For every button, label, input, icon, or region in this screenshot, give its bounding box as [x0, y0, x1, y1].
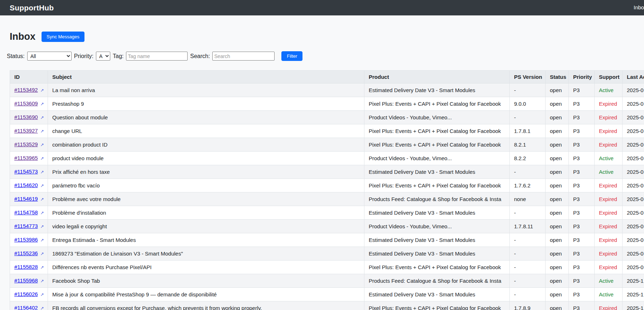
sync-messages-button[interactable]: Sync Messages — [42, 32, 84, 42]
last-activity-cell: 2025-0 — [623, 206, 644, 220]
last-activity-cell: 2025-0 — [623, 179, 644, 192]
ps-version-cell: - — [510, 165, 546, 179]
external-link-icon[interactable]: ↗ — [40, 197, 44, 202]
column-header-status: Status — [546, 71, 569, 84]
ps-version-cell: 1.7.8.9 — [510, 301, 546, 310]
ps-version-cell: 1.7.6.2 — [510, 179, 546, 192]
ticket-id-link[interactable]: #1153927 — [14, 128, 38, 134]
external-link-icon[interactable]: ↗ — [40, 265, 44, 270]
ps-version-cell: - — [510, 233, 546, 247]
ticket-id-cell: #1155828↗ — [10, 261, 48, 274]
external-link-icon[interactable]: ↗ — [40, 292, 44, 297]
product-cell: Products Feed: Catalogue & Shop for Face… — [364, 192, 510, 206]
external-link-icon[interactable]: ↗ — [40, 278, 44, 283]
product-cell: Product Videos - Youtube, Vimeo... — [364, 111, 510, 124]
external-link-icon[interactable]: ↗ — [40, 101, 44, 106]
column-header-last-activity: Last Activity — [623, 71, 644, 84]
product-cell: Pixel Plus: Events + CAPI + Pixel Catalo… — [364, 124, 510, 138]
column-header-product: Product — [364, 71, 510, 84]
status-cell: open — [546, 165, 569, 179]
search-filter-input[interactable] — [212, 52, 275, 61]
column-header-priority: Priority — [569, 71, 595, 84]
ticket-row: #1153690↗Question about moduleProduct Vi… — [10, 111, 644, 124]
support-cell: Expired — [595, 192, 623, 206]
subject-cell: Prestashop 9 — [48, 97, 364, 111]
external-link-icon[interactable]: ↗ — [40, 224, 44, 229]
external-link-icon[interactable]: ↗ — [40, 129, 44, 134]
filter-button[interactable]: Filter — [281, 51, 302, 61]
external-link-icon[interactable]: ↗ — [40, 183, 44, 188]
product-cell: Product Videos - Youtube, Vimeo... — [364, 152, 510, 165]
tag-filter-input[interactable] — [126, 52, 188, 61]
external-link-icon[interactable]: ↗ — [40, 238, 44, 243]
last-activity-cell: 2025-0 — [623, 152, 644, 165]
ticket-id-cell: #1153690↗ — [10, 111, 48, 124]
external-link-icon[interactable]: ↗ — [40, 115, 44, 120]
external-link-icon[interactable]: ↗ — [40, 170, 44, 175]
ticket-id-link[interactable]: #1154619 — [14, 196, 38, 202]
ticket-id-link[interactable]: #1154758 — [14, 209, 38, 215]
subject-cell: La mail non arriva — [48, 84, 364, 97]
ticket-id-link[interactable]: #1155828 — [14, 264, 38, 270]
product-cell: Pixel Plus: Events + CAPI + Pixel Catalo… — [364, 301, 510, 310]
subject-cell: 1869273 "Estimation de Livraison V3 - Sm… — [48, 247, 364, 261]
last-activity-cell: 2025-1 — [623, 288, 644, 301]
status-cell: open — [546, 274, 569, 288]
status-filter-select[interactable]: All — [27, 52, 72, 61]
ticket-id-link[interactable]: #1153986 — [14, 237, 38, 243]
support-cell: Expired — [595, 261, 623, 274]
ticket-id-cell: #1154758↗ — [10, 206, 48, 220]
support-cell: Expired — [595, 206, 623, 220]
ticket-id-link[interactable]: #1155968 — [14, 277, 38, 283]
last-activity-cell: 2025-0 — [623, 138, 644, 152]
ticket-id-link[interactable]: #1153492 — [14, 87, 38, 93]
priority-cell: P3 — [569, 192, 595, 206]
ticket-id-link[interactable]: #1153965 — [14, 155, 38, 161]
external-link-icon[interactable]: ↗ — [40, 156, 44, 161]
product-cell: Estimated Delivery Date V3 - Smart Modul… — [364, 233, 510, 247]
ps-version-cell: - — [510, 247, 546, 261]
ticket-id-link[interactable]: #1154773 — [14, 223, 38, 229]
external-link-icon[interactable]: ↗ — [40, 251, 44, 256]
ps-version-cell: - — [510, 206, 546, 220]
ticket-id-link[interactable]: #1153690 — [14, 114, 38, 120]
ticket-row: #1154773↗video legali e copyrightProduct… — [10, 220, 644, 233]
last-activity-cell: 2025-0 — [623, 220, 644, 233]
status-cell: open — [546, 152, 569, 165]
nav-inbox-link[interactable]: Inbox — [634, 4, 644, 10]
last-activity-cell: 2025-1 — [623, 301, 644, 310]
ticket-id-link[interactable]: #1156402 — [14, 305, 38, 310]
page-title: Inbox — [10, 31, 35, 42]
column-header-id: ID — [10, 71, 48, 84]
priority-filter-select[interactable]: All — [96, 52, 110, 61]
priority-cell: P3 — [569, 124, 595, 138]
tickets-table-container: IDSubjectProductPS VersionStatusPriority… — [10, 70, 644, 310]
ticket-id-cell: #1155968↗ — [10, 274, 48, 288]
ticket-id-link[interactable]: #1156026 — [14, 291, 38, 297]
tickets-table-header-row: IDSubjectProductPS VersionStatusPriority… — [10, 71, 644, 84]
external-link-icon[interactable]: ↗ — [40, 142, 44, 147]
status-cell: open — [546, 288, 569, 301]
status-cell: open — [546, 206, 569, 220]
ticket-id-link[interactable]: #1153529 — [14, 141, 38, 147]
external-link-icon[interactable]: ↗ — [40, 306, 44, 310]
ticket-id-link[interactable]: #1155236 — [14, 250, 38, 256]
subject-cell: Facebook Shop Tab — [48, 274, 364, 288]
ticket-id-link[interactable]: #1153609 — [14, 100, 38, 106]
subject-cell: Problème avec votre module — [48, 192, 364, 206]
app-brand: SupportHub — [10, 4, 54, 12]
priority-cell: P3 — [569, 97, 595, 111]
support-cell: Expired — [595, 97, 623, 111]
subject-cell: video legali e copyright — [48, 220, 364, 233]
ticket-id-link[interactable]: #1154620 — [14, 182, 38, 188]
external-link-icon[interactable]: ↗ — [40, 88, 44, 93]
subject-cell: FB records all conversions except for Pu… — [48, 301, 364, 310]
subject-cell: Entrega Estimada - Smart Modules — [48, 233, 364, 247]
status-cell: open — [546, 111, 569, 124]
ticket-id-link[interactable]: #1154573 — [14, 168, 38, 175]
priority-cell: P3 — [569, 274, 595, 288]
status-cell: open — [546, 138, 569, 152]
ticket-id-cell: #1153927↗ — [10, 124, 48, 138]
priority-cell: P3 — [569, 301, 595, 310]
external-link-icon[interactable]: ↗ — [40, 210, 44, 215]
